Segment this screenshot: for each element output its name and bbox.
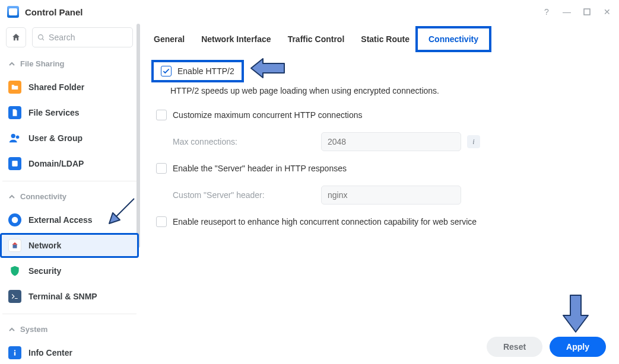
section-system[interactable]: System xyxy=(0,319,139,340)
close-icon[interactable]: ✕ xyxy=(602,7,612,17)
sidebar-item-external-access[interactable]: External Access xyxy=(0,207,139,232)
sidebar-item-label: External Access xyxy=(28,215,93,225)
svg-rect-9 xyxy=(14,352,15,356)
custom-server-label: Custom "Server" header: xyxy=(173,190,315,200)
network-icon xyxy=(8,239,21,252)
info-icon xyxy=(8,346,21,359)
svg-point-3 xyxy=(11,134,15,138)
apply-button[interactable]: Apply xyxy=(550,337,606,357)
max-connections-input xyxy=(321,132,461,151)
sidebar-item-label: Network xyxy=(28,241,61,250)
sidebar-item-label: File Services xyxy=(28,108,80,117)
option-reuseport[interactable]: Enable reuseport to enhance high concurr… xyxy=(154,210,607,233)
divider xyxy=(2,181,137,181)
checkbox-reuseport[interactable] xyxy=(156,216,167,227)
chevron-up-icon xyxy=(8,193,15,200)
users-icon xyxy=(8,132,21,145)
svg-point-4 xyxy=(16,135,20,139)
section-file-sharing[interactable]: File Sharing xyxy=(0,53,139,74)
section-file-sharing-label: File Sharing xyxy=(20,59,64,68)
tab-general[interactable]: General xyxy=(154,34,185,44)
shield-icon xyxy=(8,264,21,277)
maximize-icon[interactable] xyxy=(582,7,592,17)
sidebar-item-network[interactable]: Network xyxy=(0,233,139,258)
svg-rect-0 xyxy=(584,9,590,15)
tab-static-route[interactable]: Static Route xyxy=(361,34,410,44)
sidebar-item-label: Security xyxy=(28,266,61,276)
custom-server-input xyxy=(321,186,461,205)
terminal-icon xyxy=(8,290,21,303)
home-button[interactable] xyxy=(6,27,26,47)
tab-traffic-control[interactable]: Traffic Control xyxy=(288,34,345,44)
app-icon xyxy=(7,6,19,18)
svg-rect-7 xyxy=(13,245,17,248)
sidebar-item-security[interactable]: Security xyxy=(0,258,139,283)
checkbox-customize-concurrent[interactable] xyxy=(156,110,167,120)
svg-line-2 xyxy=(42,39,44,40)
domain-icon xyxy=(8,157,21,170)
sidebar: File Sharing Shared Folder File Services… xyxy=(0,24,139,364)
http2-help-text: HTTP/2 speeds up web page loading when u… xyxy=(154,82,607,104)
file-icon xyxy=(8,106,21,119)
sidebar-item-user-group[interactable]: User & Group xyxy=(0,126,139,151)
sidebar-item-label: Info Center xyxy=(28,348,72,357)
section-connectivity-label: Connectivity xyxy=(20,192,66,201)
svg-point-6 xyxy=(12,217,18,223)
minimize-icon[interactable]: — xyxy=(562,7,572,17)
tabs: General Network Interface Traffic Contro… xyxy=(154,30,607,52)
annotation-arrow-icon xyxy=(561,293,591,334)
tab-network-interface[interactable]: Network Interface xyxy=(201,34,271,44)
reset-button[interactable]: Reset xyxy=(487,337,542,357)
sidebar-item-label: Shared Folder xyxy=(28,82,84,92)
section-system-label: System xyxy=(20,325,47,334)
divider xyxy=(2,314,137,314)
help-icon[interactable]: ? xyxy=(542,7,551,17)
folder-icon xyxy=(8,81,21,94)
option-label: Enable reuseport to enhance high concurr… xyxy=(173,217,477,226)
sidebar-item-label: Terminal & SNMP xyxy=(28,292,97,301)
svg-rect-5 xyxy=(12,161,17,166)
max-connections-label: Max connections: xyxy=(173,137,315,146)
svg-point-1 xyxy=(39,34,43,39)
option-label: Customize maximum concurrent HTTP connec… xyxy=(173,110,363,120)
svg-point-8 xyxy=(14,350,15,351)
checkbox-server-header[interactable] xyxy=(156,163,167,174)
sidebar-item-terminal-snmp[interactable]: Terminal & SNMP xyxy=(0,284,139,309)
checkbox-enable-http2[interactable] xyxy=(161,66,172,76)
sidebar-item-shared-folder[interactable]: Shared Folder xyxy=(0,75,139,100)
annotation-arrow-icon xyxy=(249,56,287,82)
search-input[interactable] xyxy=(32,27,133,47)
content-pane: General Network Interface Traffic Contro… xyxy=(139,24,619,364)
option-enable-http2[interactable]: Enable HTTP/2 xyxy=(151,60,244,82)
sidebar-item-info-center[interactable]: Info Center xyxy=(0,340,139,364)
info-button[interactable]: i xyxy=(467,135,480,148)
chevron-up-icon xyxy=(8,326,15,333)
sidebar-item-file-services[interactable]: File Services xyxy=(0,100,139,125)
sidebar-item-label: User & Group xyxy=(28,133,82,143)
window-title: Control Panel xyxy=(25,7,83,17)
sidebar-item-label: Domain/LDAP xyxy=(28,159,84,168)
sidebar-item-domain-ldap[interactable]: Domain/LDAP xyxy=(0,151,139,176)
option-label: Enable the "Server" header in HTTP respo… xyxy=(173,164,347,173)
external-icon xyxy=(8,213,21,226)
option-customize-concurrent[interactable]: Customize maximum concurrent HTTP connec… xyxy=(154,104,607,126)
option-server-header[interactable]: Enable the "Server" header in HTTP respo… xyxy=(154,157,607,180)
search-field[interactable] xyxy=(49,33,128,42)
tab-connectivity[interactable]: Connectivity xyxy=(415,26,491,52)
option-label: Enable HTTP/2 xyxy=(177,66,234,76)
section-connectivity[interactable]: Connectivity xyxy=(0,186,139,207)
chevron-up-icon xyxy=(8,60,15,68)
